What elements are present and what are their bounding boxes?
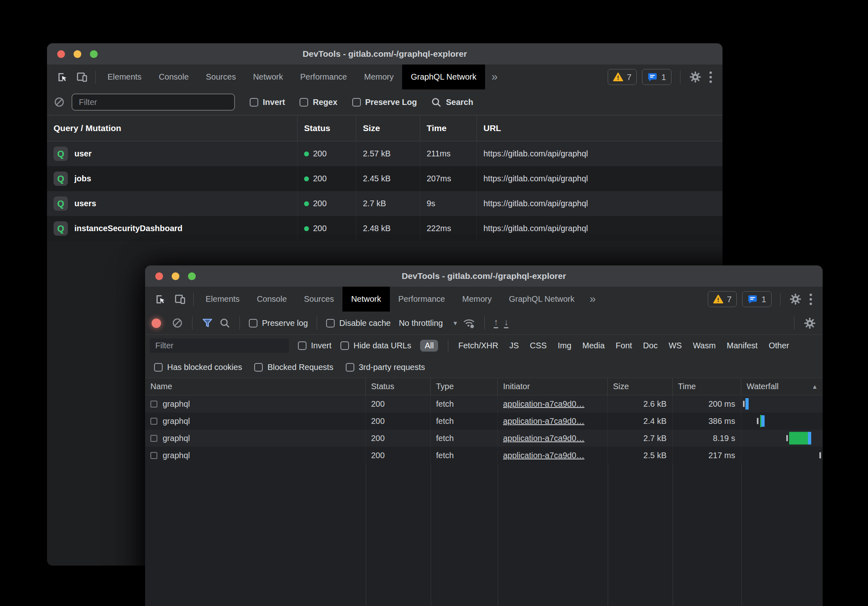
regex-checkbox[interactable]: Regex <box>300 98 337 107</box>
type-filter-other[interactable]: Other <box>769 341 789 350</box>
type-filter-css[interactable]: CSS <box>530 341 547 350</box>
checkbox[interactable] <box>300 98 308 107</box>
tab-performance[interactable]: Performance <box>292 65 356 89</box>
issues-badge[interactable]: 1 <box>642 69 671 85</box>
export-har-icon[interactable]: ↓ <box>504 318 508 328</box>
initiator-link[interactable]: application-a7ca9d0… <box>503 451 584 460</box>
checkbox[interactable] <box>298 341 306 350</box>
blocked-requests-checkbox[interactable]: Blocked Requests <box>254 363 333 372</box>
import-har-icon[interactable]: ↑ <box>494 318 498 328</box>
third-party-requests-checkbox[interactable]: 3rd-party requests <box>346 363 425 372</box>
minimize-button[interactable] <box>172 272 179 280</box>
filter-funnel-icon[interactable] <box>201 317 213 329</box>
settings-gear-icon[interactable] <box>689 71 702 83</box>
column-size[interactable]: Size <box>356 116 420 141</box>
tab-graphql-network[interactable]: GraphQL Network <box>500 287 583 312</box>
tab-memory[interactable]: Memory <box>454 287 500 312</box>
issues-badge[interactable]: 1 <box>742 291 772 307</box>
checkbox[interactable] <box>352 98 361 107</box>
column-name[interactable]: Name <box>145 378 366 395</box>
kebab-menu-icon[interactable] <box>707 71 714 83</box>
initiator-link[interactable]: application-a7ca9d0… <box>503 399 584 409</box>
disable-cache-checkbox[interactable]: Disable cache <box>326 319 391 328</box>
checkbox[interactable] <box>254 363 263 372</box>
checkbox[interactable] <box>249 319 257 328</box>
column-url[interactable]: URL <box>477 116 723 141</box>
tab-console[interactable]: Console <box>248 287 295 312</box>
column-initiator[interactable]: Initiator <box>498 378 608 395</box>
row-checkbox[interactable] <box>150 435 157 442</box>
column-size[interactable]: Size <box>608 378 673 395</box>
table-row[interactable]: QinstanceSecurityDashboard 200 2.48 kB 2… <box>47 216 723 241</box>
network-conditions-icon[interactable] <box>463 317 475 330</box>
zoom-button[interactable] <box>90 50 98 58</box>
invert-checkbox[interactable]: Invert <box>250 98 285 107</box>
column-time[interactable]: Time <box>673 378 741 395</box>
inspect-element-icon[interactable] <box>151 287 170 312</box>
titlebar[interactable]: DevTools - gitlab.com/-/graphql-explorer <box>47 43 723 65</box>
table-row[interactable]: graphql 200 fetch application-a7ca9d0… 2… <box>145 412 823 430</box>
row-checkbox[interactable] <box>150 452 157 459</box>
preserve-log-checkbox[interactable]: Preserve log <box>249 319 308 328</box>
has-blocked-cookies-checkbox[interactable]: Has blocked cookies <box>154 363 242 372</box>
tab-sources[interactable]: Sources <box>295 287 342 312</box>
checkbox[interactable] <box>340 341 349 350</box>
kebab-menu-icon[interactable] <box>807 294 814 305</box>
warnings-badge[interactable]: 7 <box>708 291 737 307</box>
type-filter-all[interactable]: All <box>420 340 438 352</box>
type-filter-js[interactable]: JS <box>509 341 519 350</box>
zoom-button[interactable] <box>188 272 196 280</box>
checkbox[interactable] <box>250 98 258 107</box>
device-toolbar-icon[interactable] <box>72 65 92 89</box>
table-row[interactable]: Qusers 200 2.7 kB 9s https://gitlab.com/… <box>47 191 723 216</box>
column-type[interactable]: Type <box>431 378 498 395</box>
network-settings-gear-icon[interactable] <box>803 317 816 330</box>
preserve-log-checkbox[interactable]: Preserve Log <box>352 98 417 107</box>
search-button[interactable]: Search <box>431 97 473 108</box>
checkbox[interactable] <box>154 363 163 372</box>
hide-data-urls-checkbox[interactable]: Hide data URLs <box>340 341 411 350</box>
inspect-element-icon[interactable] <box>53 65 72 89</box>
network-filter-input[interactable] <box>150 339 289 353</box>
tab-network[interactable]: Network <box>244 65 291 89</box>
settings-gear-icon[interactable] <box>789 293 802 305</box>
table-row[interactable]: Qjobs 200 2.45 kB 207ms https://gitlab.c… <box>47 166 723 191</box>
tab-elements[interactable]: Elements <box>99 65 150 89</box>
column-status[interactable]: Status <box>366 378 431 395</box>
tab-network[interactable]: Network <box>342 287 389 312</box>
type-filter-wasm[interactable]: Wasm <box>693 341 716 350</box>
search-icon[interactable] <box>219 317 230 329</box>
filter-input[interactable] <box>72 94 235 111</box>
row-checkbox[interactable] <box>150 401 157 408</box>
table-row[interactable]: graphql 200 fetch application-a7ca9d0… 2… <box>145 430 823 447</box>
minimize-button[interactable] <box>74 50 81 58</box>
table-row[interactable]: Quser 200 2.57 kB 211ms https://gitlab.c… <box>47 141 723 166</box>
more-tabs-icon[interactable]: » <box>485 65 504 89</box>
throttling-select[interactable]: No throttling ▾ <box>399 319 457 328</box>
checkbox[interactable] <box>346 363 354 372</box>
tab-elements[interactable]: Elements <box>197 287 248 312</box>
close-button[interactable] <box>57 50 65 58</box>
warnings-badge[interactable]: 7 <box>608 69 637 85</box>
type-filter-doc[interactable]: Doc <box>643 341 658 350</box>
tab-console[interactable]: Console <box>150 65 197 89</box>
column-waterfall[interactable]: Waterfall ▲ <box>741 378 823 395</box>
type-filter-manifest[interactable]: Manifest <box>727 341 758 350</box>
initiator-link[interactable]: application-a7ca9d0… <box>503 417 584 426</box>
more-tabs-icon[interactable]: » <box>583 287 602 312</box>
tab-performance[interactable]: Performance <box>390 287 454 312</box>
type-filter-ws[interactable]: WS <box>669 341 682 350</box>
device-toolbar-icon[interactable] <box>170 287 190 312</box>
table-row[interactable]: graphql 200 fetch application-a7ca9d0… 2… <box>145 395 823 412</box>
type-filter-font[interactable]: Font <box>616 341 632 350</box>
type-filter-fetch-xhr[interactable]: Fetch/XHR <box>458 341 498 350</box>
table-row[interactable]: graphql 200 fetch application-a7ca9d0… 2… <box>145 447 823 464</box>
row-checkbox[interactable] <box>150 418 157 425</box>
clear-icon[interactable] <box>172 317 183 329</box>
close-button[interactable] <box>155 272 163 280</box>
tab-graphql-network[interactable]: GraphQL Network <box>402 65 485 89</box>
column-status[interactable]: Status <box>298 116 356 141</box>
clear-icon[interactable] <box>54 96 65 108</box>
tab-sources[interactable]: Sources <box>197 65 244 89</box>
column-time[interactable]: Time <box>420 116 477 141</box>
